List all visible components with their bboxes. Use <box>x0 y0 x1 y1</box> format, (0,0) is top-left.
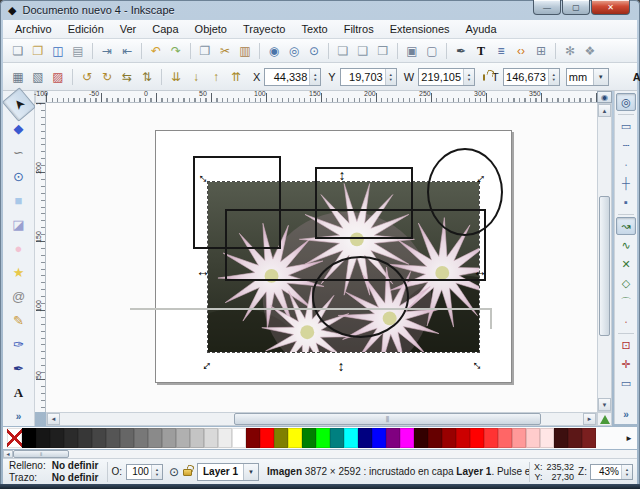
group-icon[interactable]: ▣ <box>403 42 421 60</box>
width-input[interactable]: 219,105 <box>418 68 475 86</box>
color-swatch[interactable] <box>162 428 176 448</box>
snap-enable-icon[interactable]: ◎ <box>616 93 636 111</box>
snap-bounding-box-icon[interactable]: ▭ <box>616 117 636 135</box>
menu-item[interactable]: Filtros <box>336 21 382 37</box>
color-swatch[interactable] <box>64 428 78 448</box>
scroll-up-icon[interactable] <box>598 104 611 117</box>
opacity-spinner[interactable] <box>151 465 162 479</box>
undo-icon[interactable]: ↶ <box>147 42 165 60</box>
toolbox-overflow-icon[interactable]: » <box>16 411 22 422</box>
calligraphy-tool-icon[interactable]: ✒ <box>6 357 32 380</box>
select-all-layers-icon[interactable]: ▧ <box>29 68 47 86</box>
color-swatch[interactable] <box>260 428 274 448</box>
color-swatch[interactable] <box>540 428 554 448</box>
canvas[interactable]: ↔↕↔↔↔↔↕↔ <box>46 103 597 412</box>
document-properties-icon[interactable]: ❖ <box>581 42 599 60</box>
menu-item[interactable]: Archivo <box>7 21 60 37</box>
lower-to-bottom-icon[interactable]: ⇊ <box>167 68 185 86</box>
layer-lock-icon[interactable] <box>183 469 192 476</box>
color-swatch[interactable] <box>498 428 512 448</box>
y-input[interactable]: 19,703 <box>340 68 397 86</box>
snap-cusp-nodes-icon[interactable]: ◇ <box>616 274 636 292</box>
color-swatch[interactable] <box>246 428 260 448</box>
color-swatch[interactable] <box>288 428 302 448</box>
selection-handle-e[interactable]: ↔ <box>473 265 487 277</box>
palette-scroll-left-icon[interactable] <box>3 450 13 458</box>
redo-icon[interactable]: ↷ <box>167 42 185 60</box>
vertical-ruler[interactable]: 25020015010050 <box>35 103 46 412</box>
color-swatch[interactable] <box>526 428 540 448</box>
color-swatch[interactable] <box>204 428 218 448</box>
width-spinner[interactable] <box>463 69 474 85</box>
zoom-tool-icon[interactable]: ⊙ <box>6 165 32 188</box>
color-swatch[interactable] <box>512 428 526 448</box>
create-clone-icon[interactable]: ❑ <box>354 42 372 60</box>
color-swatch[interactable] <box>470 428 484 448</box>
xml-editor-icon[interactable]: ‹› <box>512 42 530 60</box>
import-icon[interactable]: ⇥ <box>98 42 116 60</box>
color-swatch[interactable] <box>582 428 596 448</box>
color-swatch[interactable] <box>134 428 148 448</box>
minimize-button[interactable]: — <box>533 0 561 15</box>
color-swatch[interactable] <box>120 428 134 448</box>
color-swatch[interactable] <box>176 428 190 448</box>
color-swatch[interactable] <box>218 428 232 448</box>
color-swatch[interactable] <box>442 428 456 448</box>
chevron-down-icon[interactable] <box>593 69 608 85</box>
scroll-right-icon[interactable] <box>583 413 596 425</box>
deselect-icon[interactable]: ▨ <box>49 68 67 86</box>
box3d-tool-icon[interactable]: ◪ <box>6 213 32 236</box>
horizontal-ruler[interactable]: -100-50050100150200250300350 <box>46 91 597 103</box>
menu-item[interactable]: Objeto <box>187 21 235 37</box>
color-swatch[interactable] <box>148 428 162 448</box>
color-swatch[interactable] <box>484 428 498 448</box>
menu-item[interactable]: Texto <box>293 21 335 37</box>
snap-rotation-centers-icon[interactable]: ✛ <box>616 355 636 373</box>
layer-visibility-eye-icon[interactable]: ⊙ <box>169 465 179 479</box>
menu-item[interactable]: Trayecto <box>235 21 293 37</box>
flip-horizontal-icon[interactable]: ⇆ <box>118 68 136 86</box>
x-spinner[interactable] <box>309 69 320 85</box>
raise-to-top-icon[interactable]: ⇈ <box>227 68 245 86</box>
fill-stroke-indicator[interactable]: Relleno: No definir Trazo: No definir <box>3 460 104 484</box>
tweak-tool-icon[interactable]: ∽ <box>6 141 32 164</box>
zoom-page-icon[interactable]: ⊙ <box>305 42 323 60</box>
horizontal-scroll-thumb[interactable] <box>234 413 541 425</box>
paste-icon[interactable]: ▥ <box>236 42 254 60</box>
color-swatch[interactable] <box>358 428 372 448</box>
menu-item[interactable]: Edición <box>60 21 112 37</box>
color-swatch[interactable] <box>232 428 246 448</box>
zoom-input[interactable]: 43% <box>590 464 633 480</box>
pencil-tool-icon[interactable]: ✎ <box>6 309 32 332</box>
star-tool-icon[interactable]: ★ <box>6 261 32 284</box>
raise-icon[interactable]: ↑ <box>207 68 225 86</box>
color-swatch[interactable] <box>92 428 106 448</box>
layers-dialog-icon[interactable]: ≡ <box>492 42 510 60</box>
selection-handle-s[interactable]: ↕ <box>334 360 348 372</box>
ellipse-tool-icon[interactable]: ● <box>6 237 32 260</box>
color-swatch[interactable] <box>344 428 358 448</box>
horizontal-scroll-track[interactable] <box>60 413 583 425</box>
rotate-cw-icon[interactable]: ↻ <box>98 68 116 86</box>
snap-bbox-centers-icon[interactable]: ▪ <box>616 193 636 211</box>
text-dialog-icon[interactable]: T <box>472 42 490 60</box>
color-swatch[interactable] <box>36 428 50 448</box>
color-swatch[interactable] <box>22 428 36 448</box>
color-managed-display-button[interactable] <box>597 412 612 426</box>
height-input[interactable]: 146,673 <box>503 68 560 86</box>
sticky-zoom-button[interactable]: ◉ <box>597 91 612 103</box>
y-spinner[interactable] <box>385 69 396 85</box>
close-button[interactable]: ✕ <box>591 0 630 15</box>
ellipse-object[interactable] <box>312 256 409 338</box>
path-line[interactable] <box>130 308 490 310</box>
align-dialog-icon[interactable]: ⊞ <box>532 42 550 60</box>
flip-vertical-icon[interactable]: ⇅ <box>138 68 156 86</box>
snap-path-intersections-icon[interactable]: ✕ <box>616 255 636 273</box>
document-new-icon[interactable]: ❏ <box>9 42 27 60</box>
horizontal-scrollbar[interactable] <box>46 412 597 426</box>
color-swatch[interactable] <box>372 428 386 448</box>
select-all-icon[interactable]: ▦ <box>9 68 27 86</box>
color-swatch[interactable] <box>190 428 204 448</box>
color-swatch[interactable] <box>400 428 414 448</box>
snap-nodes-icon[interactable]: ↝ <box>616 217 636 235</box>
